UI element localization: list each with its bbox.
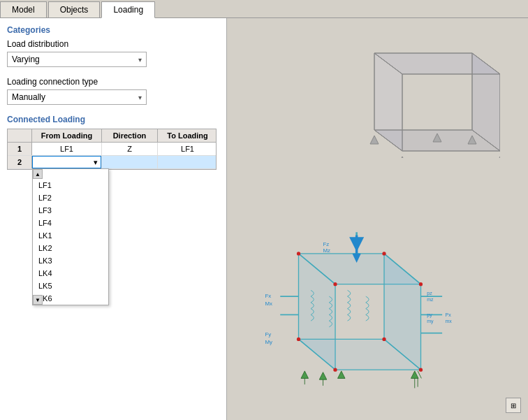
- row2-num: 2: [8, 156, 32, 168]
- loading-connection-type-dropdown[interactable]: Manually ▾: [7, 89, 147, 105]
- svg-text:mz: mz: [427, 297, 434, 302]
- svg-point-57: [297, 338, 300, 341]
- right-panel: Fz Mz Fx Mx Fy My pz mz py my Px mx: [227, 18, 528, 420]
- row1-from[interactable]: LF1: [32, 143, 102, 155]
- table-row-selected: 2 ▾ ▲ LF1 LF2 LF3 LF4 LK1 LK2: [8, 156, 216, 169]
- row1-to[interactable]: LF1: [158, 143, 217, 155]
- svg-text:Px: Px: [446, 312, 452, 317]
- dropdown-item-lk5[interactable]: LK5: [33, 280, 108, 292]
- svg-point-56: [333, 282, 337, 286]
- th-to-loading: To Loading: [158, 129, 217, 142]
- scroll-down-button[interactable]: ▼: [33, 295, 43, 305]
- th-direction: Direction: [102, 129, 158, 142]
- from-loading-dropdown-list[interactable]: ▲ LF1 LF2 LF3 LF4 LK1 LK2 LK3 LK4 LK5 LK…: [32, 168, 109, 305]
- icon-bar: ⊞: [506, 398, 521, 413]
- bottom-force-diagram: Fz Mz Fx Mx Fy My pz mz py my Px mx: [262, 231, 457, 392]
- dropdown-item-lk2[interactable]: LK2: [33, 242, 108, 254]
- row2-to[interactable]: [158, 156, 217, 168]
- row2-from-cell[interactable]: ▾ ▲ LF1 LF2 LF3 LF4 LK1 LK2 LK3 LK4 LK5: [32, 156, 102, 168]
- svg-text:Fx: Fx: [265, 293, 271, 299]
- svg-point-59: [419, 368, 423, 372]
- svg-marker-51: [411, 371, 419, 379]
- load-distribution-arrow-icon: ▾: [138, 56, 142, 64]
- main-container: Categories Load distribution Varying ▾ L…: [0, 18, 528, 420]
- svg-text:py: py: [427, 312, 432, 318]
- row2-from-dropdown[interactable]: ▾: [32, 156, 101, 168]
- table-header: From Loading Direction To Loading: [8, 129, 216, 143]
- row2-direction[interactable]: [102, 156, 158, 168]
- svg-text:Fy: Fy: [265, 331, 271, 338]
- dropdown-item-lk3[interactable]: LK3: [33, 254, 108, 267]
- row1-direction[interactable]: Z: [102, 143, 158, 155]
- row1-num: 1: [8, 143, 32, 155]
- svg-text:Mz: Mz: [323, 247, 331, 254]
- svg-point-60: [333, 368, 337, 372]
- zoom-icon: ⊞: [511, 402, 516, 410]
- svg-marker-46: [338, 371, 346, 379]
- connected-loading-title: Connected Loading: [7, 115, 219, 124]
- svg-point-55: [419, 282, 423, 286]
- tab-loading[interactable]: Loading: [101, 1, 155, 18]
- svg-text:Mx: Mx: [265, 300, 272, 307]
- svg-marker-44: [301, 371, 309, 379]
- row2-arrow-icon: ▾: [94, 158, 98, 167]
- dropdown-item-lf2[interactable]: LF2: [33, 191, 108, 204]
- load-distribution-container: Varying ▾: [7, 52, 219, 67]
- svg-point-54: [382, 252, 386, 255]
- top-wireframe-diagram: [346, 39, 500, 158]
- dropdown-item-lk1[interactable]: LK1: [33, 229, 108, 242]
- tab-bar: Model Objects Loading: [0, 0, 528, 18]
- scroll-up-button[interactable]: ▲: [33, 169, 43, 179]
- dropdown-item-lk6[interactable]: LK6: [33, 292, 108, 305]
- categories-title: Categories: [7, 25, 219, 35]
- svg-text:mx: mx: [446, 319, 453, 324]
- svg-marker-16: [370, 136, 379, 144]
- svg-marker-20: [496, 157, 500, 158]
- table-row: 1 LF1 Z LF1: [8, 143, 216, 156]
- svg-marker-45: [319, 372, 327, 380]
- dropdown-item-lk4[interactable]: LK4: [33, 267, 108, 280]
- connected-loading-table: From Loading Direction To Loading 1 LF1 …: [7, 129, 217, 170]
- tab-model[interactable]: Model: [0, 1, 47, 17]
- svg-text:My: My: [265, 339, 272, 345]
- dropdown-item-lf4[interactable]: LF4: [33, 217, 108, 229]
- svg-point-58: [382, 338, 386, 341]
- loading-connection-type-label: Loading connection type: [7, 77, 219, 87]
- svg-text:my: my: [427, 319, 434, 324]
- tab-objects[interactable]: Objects: [48, 1, 101, 17]
- svg-text:pz: pz: [427, 291, 432, 296]
- svg-marker-17: [398, 157, 406, 158]
- loading-connection-type-container: Manually ▾: [7, 89, 219, 105]
- load-distribution-label: Load distribution: [7, 39, 219, 49]
- dropdown-item-lf1[interactable]: LF1: [33, 179, 108, 191]
- loading-connection-type-value: Manually: [12, 92, 45, 102]
- load-distribution-dropdown[interactable]: Varying ▾: [7, 52, 147, 67]
- svg-point-53: [297, 252, 300, 255]
- left-panel: Categories Load distribution Varying ▾ L…: [0, 18, 227, 420]
- svg-text:Fz: Fz: [323, 241, 330, 247]
- th-num: [8, 129, 32, 142]
- svg-line-49: [418, 371, 421, 379]
- dropdown-item-lf3[interactable]: LF3: [33, 204, 108, 217]
- load-distribution-value: Varying: [12, 55, 40, 64]
- th-from-loading: From Loading: [32, 129, 102, 142]
- zoom-icon-button[interactable]: ⊞: [506, 398, 521, 413]
- loading-connection-type-arrow-icon: ▾: [138, 94, 142, 101]
